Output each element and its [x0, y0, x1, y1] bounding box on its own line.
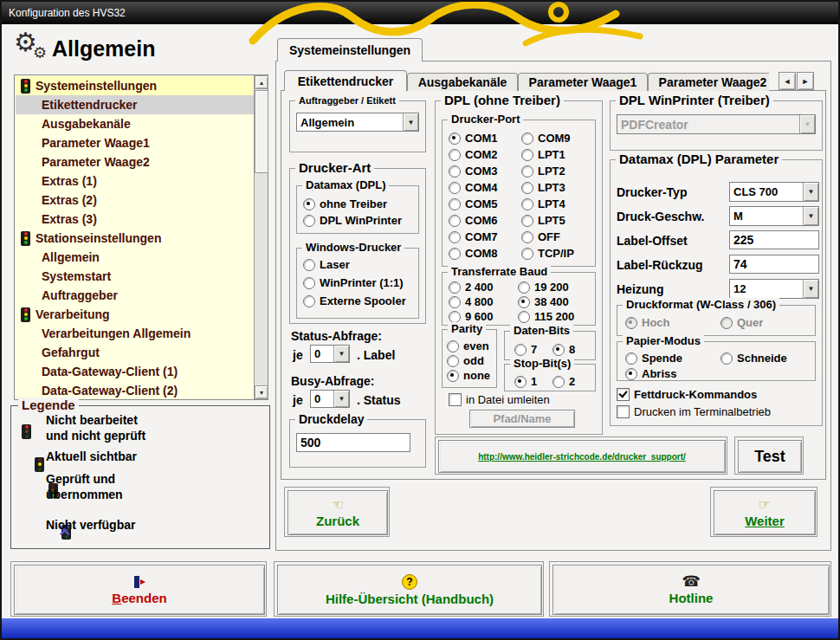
checkbox-fettdruck[interactable]: Fettdruck-Kommandos	[617, 388, 757, 401]
radio-even[interactable]: even	[447, 339, 489, 352]
radio-2-stopbits[interactable]: 2	[552, 375, 575, 388]
radio-lpt3[interactable]: LPT3	[521, 181, 565, 194]
tree-item-extras1[interactable]: Extras (1)	[16, 171, 255, 191]
group-title: Datamax (DPL)	[302, 178, 389, 191]
tree-item-etikettendrucker[interactable]: Etikettendrucker	[16, 95, 255, 114]
radio-4800[interactable]: 4 800	[449, 295, 494, 308]
radio-com4[interactable]: COM4	[449, 181, 498, 194]
tree-item-systemstart[interactable]: Systemstart	[16, 267, 255, 286]
scroll-down-icon[interactable]: ▼	[255, 385, 268, 399]
radio-ohne-treiber[interactable]: ohne Treiber	[303, 197, 387, 210]
tree-scrollbar[interactable]: ▲ ▼	[254, 75, 268, 399]
radio-icon	[303, 277, 315, 289]
tree-item-parameter-waage1[interactable]: Parameter Waage1	[16, 133, 255, 152]
radio-9600[interactable]: 9 600	[449, 310, 494, 323]
radio-com7[interactable]: COM7	[449, 230, 498, 243]
traffic-light-icon	[21, 79, 30, 94]
tree-item-auftraggeber[interactable]: Auftraggeber	[16, 286, 255, 305]
radio-com8[interactable]: COM8	[449, 247, 498, 260]
radio-label: Schneide	[737, 352, 787, 365]
heizung-combo[interactable]: 12 ▼	[729, 279, 819, 299]
label-rueckzug-input[interactable]	[729, 255, 819, 274]
status-abfrage-combo[interactable]: 0 ▼	[310, 345, 350, 363]
radio-odd[interactable]: odd	[447, 354, 484, 367]
drucker-typ-combo[interactable]: CLS 700 ▼	[729, 182, 819, 202]
tab-systemeinstellungen[interactable]: Systemeinstellungen	[277, 38, 423, 61]
radio-com5[interactable]: COM5	[449, 197, 498, 210]
radio-lpt4[interactable]: LPT4	[521, 197, 565, 210]
tree-item-systemeinstellungen[interactable]: Systemeinstellungen	[16, 76, 255, 95]
radio-spende[interactable]: Spende	[625, 352, 682, 365]
radio-winprinter-1-1[interactable]: WinPrinter (1:1)	[303, 276, 404, 289]
tab-etikettendrucker[interactable]: Etikettendrucker	[284, 70, 407, 91]
support-link-button[interactable]: http://www.heidler-strichcode.de/drucker…	[438, 440, 726, 473]
support-link[interactable]: http://www.heidler-strichcode.de/drucker…	[478, 452, 686, 462]
label-offset-label: Label-Offset	[617, 234, 688, 248]
test-button[interactable]: Test	[738, 440, 802, 473]
auftraggeber-combo[interactable]: Allgemein ▼	[296, 113, 419, 132]
tab-parameter-waage1[interactable]: Parameter Waage1	[518, 73, 648, 91]
tab-scroll-left-icon[interactable]: ◄	[779, 72, 796, 90]
radio-icon	[449, 215, 461, 227]
radio-none[interactable]: none	[447, 369, 490, 382]
radio-com2[interactable]: COM2	[449, 148, 498, 161]
label-offset-input[interactable]	[729, 230, 819, 249]
radio-7bits[interactable]: 7	[514, 343, 537, 356]
tree-item-verarbeitungen-allgemein[interactable]: Verarbeitungen Allgemein	[16, 324, 255, 343]
tree-item-extras3[interactable]: Extras (3)	[16, 210, 255, 229]
tree-item-extras2[interactable]: Extras (2)	[16, 191, 255, 210]
radio-19200[interactable]: 19 200	[518, 281, 569, 294]
radio-2400[interactable]: 2 400	[449, 281, 494, 294]
tree-item-stationseinstellungen[interactable]: Stationseinstellungen	[16, 229, 255, 248]
tree-item-gefahrgut[interactable]: Gefahrgut	[16, 343, 255, 362]
label-rueckzug-label: Label-Rückzug	[617, 258, 703, 272]
chevron-down-icon[interactable]: ▼	[803, 183, 818, 201]
chevron-down-icon[interactable]: ▼	[403, 113, 418, 131]
scroll-thumb[interactable]	[255, 90, 268, 173]
radio-schneide[interactable]: Schneide	[720, 352, 787, 365]
busy-abfrage-combo[interactable]: 0 ▼	[310, 390, 350, 408]
chevron-down-icon[interactable]: ▼	[333, 346, 349, 362]
tree-item-data-gateway-client-1[interactable]: Data-Gateway-Client (1)	[16, 362, 255, 381]
tab-parameter-waage2[interactable]: Parameter Waage2	[648, 73, 769, 91]
radio-115200[interactable]: 115 200	[518, 310, 574, 323]
druckdelay-input[interactable]	[296, 433, 410, 452]
radio-com3[interactable]: COM3	[449, 165, 498, 178]
weiter-button[interactable]: ☞ Weiter	[714, 490, 816, 535]
radio-laser[interactable]: Laser	[303, 258, 350, 271]
radio-38400[interactable]: 38 400	[518, 295, 569, 308]
radio-lpt2[interactable]: LPT2	[521, 165, 565, 178]
chevron-down-icon[interactable]: ▼	[803, 207, 818, 225]
radio-com1[interactable]: COM1	[449, 132, 498, 145]
hand-left-icon: ☜	[332, 498, 344, 512]
druck-geschw-combo[interactable]: M ▼	[729, 206, 819, 226]
radio-dpl-winprinter[interactable]: DPL WinPrinter	[303, 214, 402, 227]
radio-1-stopbit[interactable]: 1	[514, 375, 537, 388]
tree-item-allgemein[interactable]: Allgemein	[16, 248, 255, 267]
radio-com9[interactable]: COM9	[521, 132, 571, 145]
tab-ausgabekanaele[interactable]: Ausgabekanäle	[407, 73, 518, 91]
radio-externe-spooler[interactable]: Externe Spooler	[303, 294, 406, 307]
beenden-button[interactable]: Beenden	[14, 565, 265, 615]
checkbox-terminalbetrieb[interactable]: Drucken im Terminalbetrieb	[617, 405, 771, 418]
hilfe-button[interactable]: ? Hilfe-Übersicht (Handbuch)	[277, 565, 542, 615]
title-bar[interactable]: Konfiguration des HVS32	[2, 2, 838, 24]
tree-item-ausgabekanaele[interactable]: Ausgabekanäle	[16, 114, 255, 133]
chevron-down-icon[interactable]: ▼	[803, 280, 818, 298]
radio-tcpip[interactable]: TCP/IP	[521, 247, 574, 260]
tree-item-parameter-waage2[interactable]: Parameter Waage2	[16, 152, 255, 171]
radio-off[interactable]: OFF	[521, 230, 560, 243]
zurueck-button[interactable]: ☜ Zurück	[288, 490, 388, 535]
tree-item-verarbeitung[interactable]: Verarbeitung	[16, 305, 255, 324]
radio-com6[interactable]: COM6	[449, 214, 498, 227]
radio-abriss[interactable]: Abriss	[625, 367, 676, 380]
checkbox-in-datei-umleiten[interactable]: in Datei umleiten	[449, 393, 550, 406]
radio-lpt5[interactable]: LPT5	[521, 214, 565, 227]
button-label: Weiter	[745, 514, 785, 528]
scroll-up-icon[interactable]: ▲	[255, 75, 268, 89]
chevron-down-icon[interactable]: ▼	[333, 391, 349, 407]
hotline-button[interactable]: ☎ Hotline	[552, 565, 830, 615]
radio-8bits[interactable]: 8	[552, 343, 575, 356]
tab-scroll-right-icon[interactable]: ►	[797, 72, 814, 90]
radio-lpt1[interactable]: LPT1	[521, 148, 565, 161]
